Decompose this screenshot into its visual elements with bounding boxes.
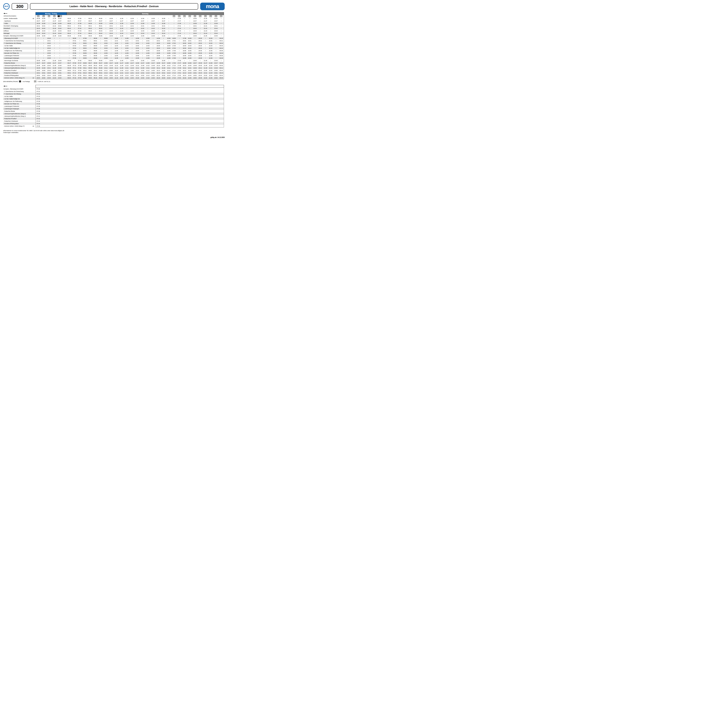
skip-wave-icon: ≀ [137, 33, 138, 34]
time-cell: ≀ [77, 57, 82, 59]
time-cell: 23.43 [213, 29, 219, 32]
time-cell: 12.41 [130, 24, 135, 27]
table-row: - Memeler Str./Tilsiter Str.07.35 [3, 103, 224, 105]
time-cell: 00.35 [219, 52, 224, 54]
stop-mark [32, 29, 35, 32]
time-cell: 21.49 [203, 67, 208, 69]
skip-wave-icon: ≀ [100, 55, 101, 57]
time-cell: ≀ [156, 24, 161, 27]
time-cell: ≀ [182, 59, 187, 62]
time-cell: ≀ [161, 49, 166, 52]
time-cell: 21.42 [203, 27, 208, 29]
time-cell: ≀ [171, 32, 177, 35]
time-cell: ≀ [57, 42, 63, 44]
time-cell: 06.43 [67, 29, 72, 32]
time-cell: ≀ [72, 35, 77, 37]
time-cell: 15.10 [156, 64, 161, 67]
time-cell: 14.43 [150, 29, 156, 32]
time-cell: ≀ [103, 59, 109, 62]
skip-wave-icon: ≀ [190, 35, 190, 37]
time-cell: 07.11 [72, 67, 77, 69]
time-cell: 11.13 [114, 72, 119, 74]
stop-mark [32, 59, 35, 62]
skip-wave-icon: ≀ [74, 28, 75, 29]
service-badge-cell: FrHS [57, 15, 63, 17]
skip-wave-icon: ≀ [210, 35, 211, 37]
time-cell: 16.04 [166, 47, 171, 49]
time-cell: ≀ [171, 17, 177, 20]
time-cell: 21.52 [52, 74, 57, 77]
time-cell: 11.54 [119, 77, 124, 79]
time-cell: ≀ [182, 20, 187, 22]
skip-wave-icon: ≀ [43, 52, 44, 54]
time-cell: 12.50 [130, 69, 135, 72]
skip-wave-icon: ≀ [163, 52, 164, 54]
skip-wave-icon: ≀ [200, 23, 200, 24]
empty-cells [41, 88, 224, 90]
time-cell: 08.09 [82, 62, 87, 64]
stop-mark [32, 95, 35, 98]
time-cell: ≀ [98, 44, 103, 47]
skip-wave-icon: ≀ [137, 25, 138, 27]
skip-wave-icon: ≀ [43, 43, 44, 44]
time-cell: 07.54 [77, 77, 82, 79]
skip-wave-icon: ≀ [158, 60, 158, 61]
time-cell: 19.39 [41, 22, 46, 24]
time-cell: 15.14 [156, 74, 161, 77]
skip-wave-icon: ≀ [106, 33, 106, 34]
skip-wave-icon: ≀ [38, 45, 38, 46]
service-badge-cell: HS [46, 15, 52, 17]
time-cell: 08.45 [87, 35, 93, 37]
skip-wave-icon: ≀ [84, 18, 85, 19]
time-cell: ≀ [197, 24, 203, 27]
time-cell: 12.51 [130, 72, 135, 74]
time-cell: 19.36 [41, 17, 46, 20]
station-name: Hirschdorf, Ortseingang [3, 24, 32, 27]
skip-wave-icon: ≀ [38, 38, 38, 39]
skip-wave-icon: ≀ [190, 30, 190, 32]
time-cell: 18.31 [187, 40, 192, 42]
direction-arrow-cell [3, 12, 35, 15]
time-cell: ≀ [150, 52, 156, 54]
time-cell: 18.45 [35, 35, 41, 37]
time-cell: ≀ [67, 54, 72, 57]
time-cell: ≀ [124, 20, 130, 22]
skip-wave-icon: ≀ [158, 30, 158, 32]
service-badge-cell [140, 15, 145, 17]
skip-wave-icon: ≀ [184, 60, 185, 61]
time-cell: 18.49 [35, 67, 41, 69]
service-badge-cell: HS [192, 15, 197, 17]
service-badge-cell: HS [171, 15, 177, 17]
time-cell: 07.39 [35, 110, 41, 112]
time-cell: ≀ [182, 22, 187, 24]
time-cell: 07.40 [35, 112, 41, 115]
skip-wave-icon: ≀ [60, 40, 60, 41]
time-cell: 23.43 [57, 29, 63, 32]
section-gap [63, 47, 67, 49]
skip-wave-icon: ≀ [69, 55, 69, 57]
skip-wave-icon: ≀ [90, 47, 90, 49]
table-row: Kempten, Oberwang DACHSER07.29 [3, 88, 224, 90]
time-cell: 20.35 [197, 52, 203, 54]
time-cell: 23.44 [213, 32, 219, 35]
skip-wave-icon: ≀ [84, 28, 85, 29]
time-cell: ≀ [145, 24, 150, 27]
time-cell: ≀ [182, 27, 187, 29]
time-cell: 00.36 [219, 54, 224, 57]
skip-wave-icon: ≀ [49, 35, 49, 37]
table-row: - Rottachstr./Friedhof18.5019.5020.4221.… [3, 69, 224, 72]
skip-wave-icon: ≀ [90, 57, 90, 59]
station-name: - Auf der Halde [3, 95, 32, 98]
skip-wave-icon: ≀ [195, 55, 195, 57]
time-cell: ≀ [41, 37, 46, 40]
day-header-row: Sonn-/Feiertag [3, 85, 224, 88]
stop-mark [32, 32, 35, 35]
time-cell: ≀ [77, 52, 82, 54]
time-cell: 00.41 [219, 67, 224, 69]
skip-wave-icon: ≀ [216, 43, 216, 44]
empty-cells [41, 107, 224, 110]
skip-wave-icon: ≀ [60, 52, 60, 54]
time-cell: 14.03 [145, 44, 150, 47]
time-cell: 00.33 [219, 44, 224, 47]
time-cell: ≀ [87, 40, 93, 42]
